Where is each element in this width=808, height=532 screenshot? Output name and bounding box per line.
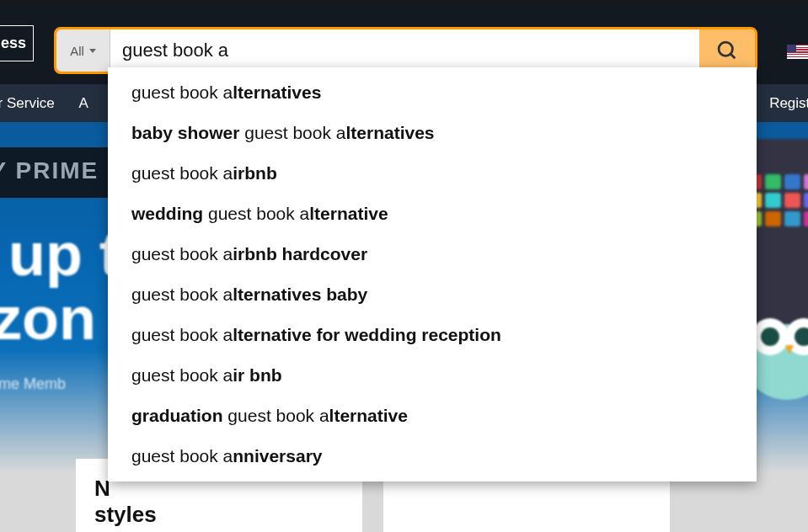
suggestion-completion: lternatives: [345, 123, 434, 142]
card1-line2: styles: [94, 502, 157, 527]
suggestion-typed: guest book a: [227, 406, 329, 425]
search-category-label: All: [70, 44, 84, 58]
suggestion-item[interactable]: guest book alternative for wedding recep…: [108, 315, 757, 355]
search-suggestions-dropdown: guest book alternativesbaby shower guest…: [108, 67, 757, 481]
suggestion-completion: nniversary: [233, 446, 322, 466]
nav-item-partial-a[interactable]: A: [78, 95, 88, 111]
suggestion-typed: guest book a: [131, 244, 233, 263]
business-badge[interactable]: ess: [0, 25, 34, 61]
suggestion-typed: guest book a: [244, 123, 345, 142]
suggestion-typed: guest book a: [131, 82, 233, 102]
chevron-down-icon: [89, 49, 96, 53]
prime-badge: LY PRIME: [0, 147, 117, 198]
nav-item-customer-service[interactable]: mer Service: [0, 95, 55, 111]
suggestion-item[interactable]: baby shower guest book alternatives: [108, 113, 757, 153]
search-input[interactable]: [110, 29, 699, 72]
suggestion-typed: guest book a: [131, 446, 233, 466]
suggestion-typed: guest book a: [131, 163, 233, 183]
svg-line-1: [730, 54, 735, 58]
suggestion-completion: ir bnb: [233, 365, 281, 385]
search-submit-button[interactable]: [699, 29, 755, 72]
hero-headline-line2: azon: [0, 285, 96, 352]
suggestion-typed: guest book a: [131, 325, 233, 344]
suggestion-item[interactable]: guest book airbnb hardcover: [108, 234, 757, 274]
suggestion-item[interactable]: wedding guest book alternative: [108, 194, 757, 234]
suggestion-item[interactable]: guest book air bnb: [108, 355, 757, 396]
suggestion-item[interactable]: graduation guest book alternative: [108, 396, 757, 436]
suggestion-item[interactable]: guest book alternatives: [108, 72, 757, 113]
suggestion-item[interactable]: guest book anniversary: [108, 436, 757, 476]
secondary-nav-left: mer Service A: [0, 95, 99, 112]
suggestion-typed: guest book a: [131, 365, 233, 385]
magnifier-icon: [715, 39, 739, 62]
suggestion-completion: lternative for wedding reception: [233, 325, 501, 344]
hero-headline-line1: e up t: [0, 221, 120, 288]
suggestion-completion: lternative: [329, 406, 408, 425]
suggestion-completion: lternatives: [233, 82, 321, 102]
svg-point-5: [761, 327, 779, 346]
suggestion-completion: irbnb: [233, 163, 277, 183]
search-category-dropdown[interactable]: All: [56, 29, 110, 72]
suggestion-completion: lternative: [309, 204, 388, 223]
svg-point-0: [719, 42, 732, 56]
suggestion-typed: guest book a: [208, 204, 309, 223]
suggestion-prefix: baby shower: [131, 123, 244, 142]
suggestion-prefix: graduation: [131, 406, 227, 425]
country-flag-us-icon[interactable]: [787, 45, 808, 59]
nav-item-registry[interactable]: Registr: [769, 95, 808, 111]
suggestion-typed: guest book a: [131, 285, 233, 304]
suggestion-completion: lternatives baby: [233, 285, 367, 304]
suggestion-item[interactable]: guest book airbnb: [108, 153, 757, 194]
prime-badge-text: LY PRIME: [0, 157, 99, 184]
business-badge-text: ess: [1, 35, 26, 51]
window-top-strip: [0, 0, 808, 7]
hero-headline: e up t azon for Prime Memb: [0, 223, 120, 393]
suggestion-prefix: wedding: [131, 204, 208, 223]
hero-subtext: for Prime Memb: [0, 375, 120, 393]
suggestion-completion: irbnb hardcover: [233, 244, 367, 263]
secondary-nav-right: Registr: [759, 95, 808, 112]
suggestion-item[interactable]: guest book alternatives baby: [108, 274, 757, 315]
